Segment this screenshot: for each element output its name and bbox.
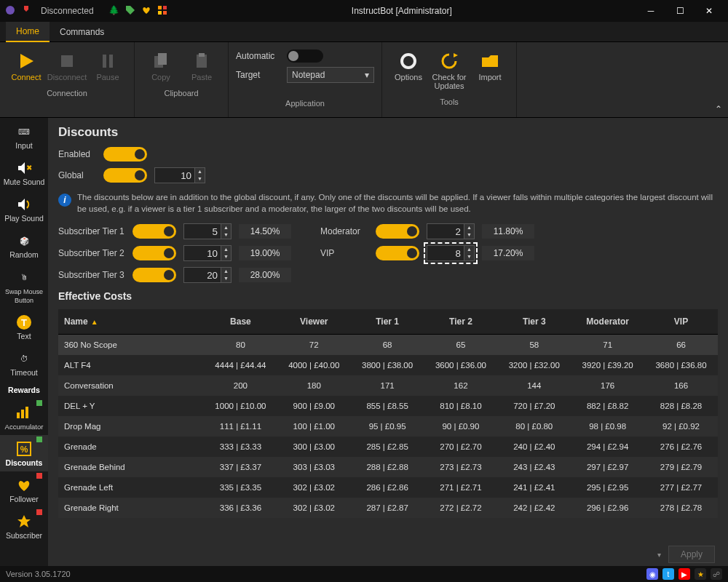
svg-rect-7: [103, 55, 106, 68]
target-label: Target: [236, 70, 280, 80]
svg-text:T: T: [21, 317, 27, 328]
cell-value: 273 | £2.73: [424, 457, 498, 477]
maximize-button[interactable]: ☐: [665, 0, 695, 22]
col-tier3[interactable]: Tier 3: [497, 309, 571, 335]
tier1-input[interactable]: [183, 223, 221, 239]
cell-value: 810 | £8.10: [424, 396, 498, 416]
check-updates-button[interactable]: Check for Updates: [430, 47, 468, 93]
moderator-input[interactable]: [427, 223, 464, 239]
options-button[interactable]: Options: [389, 47, 427, 93]
target-select[interactable]: Notepad ▾: [287, 67, 374, 83]
tier1-toggle[interactable]: [132, 224, 176, 239]
table-row[interactable]: 360 No Scope80726865587166: [58, 335, 718, 356]
disconnect-label: Disconnect: [47, 73, 87, 81]
disconnect-button[interactable]: Disconnect: [48, 47, 86, 84]
title-bar: Disconnected 🌲 InstructBot [Administrato…: [0, 0, 728, 22]
tab-home[interactable]: Home: [6, 22, 50, 42]
tier3-input[interactable]: [183, 267, 221, 283]
import-button[interactable]: Import: [471, 47, 509, 93]
sidebar-item-input[interactable]: ⌨Input: [0, 118, 48, 154]
sidebar-item-accumulator[interactable]: Accumulator: [0, 399, 48, 435]
discord-icon[interactable]: ◉: [646, 568, 658, 580]
grid-icon[interactable]: [157, 5, 167, 17]
cell-name: DEL + Y: [58, 396, 204, 416]
scroll-down-icon[interactable]: ▾: [657, 551, 661, 559]
twitter-icon[interactable]: t: [662, 568, 674, 580]
tier3-toggle[interactable]: [132, 268, 176, 282]
col-moderator[interactable]: Moderator: [571, 309, 644, 335]
col-base[interactable]: Base: [204, 309, 277, 335]
minimize-button[interactable]: ─: [636, 0, 665, 22]
tag-icon[interactable]: [125, 5, 135, 17]
cell-value: 288 | £2.88: [351, 457, 424, 477]
table-row[interactable]: Conversation200180171162144176166: [58, 375, 718, 396]
sidebar-label: Input: [15, 141, 32, 150]
tier2-toggle[interactable]: [132, 246, 176, 260]
cell-value: 278 | £2.78: [644, 498, 718, 518]
sidebar-label: Timeout: [10, 368, 38, 377]
info-icon: i: [58, 194, 71, 207]
moderator-toggle[interactable]: [376, 224, 419, 239]
svg-marker-5: [20, 54, 33, 68]
cell-value: 297 | £2.97: [571, 457, 644, 477]
table-row[interactable]: Drop Mag111 | £1.11100 | £1.0095 | £0.95…: [58, 416, 718, 436]
table-row[interactable]: Grenade Behind337 | £3.37303 | £3.03288 …: [58, 457, 718, 477]
import-label: Import: [478, 73, 501, 81]
col-tier2[interactable]: Tier 2: [424, 309, 498, 335]
pause-button[interactable]: Pause: [89, 47, 127, 84]
robot-status-icon[interactable]: ☍: [711, 568, 722, 580]
cell-value: 279 | £2.79: [644, 457, 718, 477]
sidebar-item-text[interactable]: TText: [0, 308, 48, 345]
tree-icon[interactable]: 🌲: [108, 5, 119, 17]
enabled-toggle[interactable]: [103, 147, 147, 162]
spin-down-icon[interactable]: ▼: [195, 175, 205, 183]
paste-button[interactable]: Paste: [183, 47, 221, 84]
sidebar-item-discounts[interactable]: %Discounts: [0, 435, 48, 471]
tab-commands[interactable]: Commands: [50, 23, 114, 41]
sidebar-item-play-sound[interactable]: Play Sound: [0, 191, 48, 227]
cell-value: 171: [351, 375, 424, 396]
sidebar-item-mute-sound[interactable]: ✖Mute Sound: [0, 154, 48, 191]
table-header-row: Name▲ Base Viewer Tier 1 Tier 2 Tier 3 M…: [58, 309, 718, 335]
table-row[interactable]: Grenade Left335 | £3.35302 | £3.02286 | …: [58, 477, 718, 498]
table-row[interactable]: Grenade333 | £3.33300 | £3.00285 | £2.85…: [58, 436, 718, 457]
connection-status: Disconnected: [41, 6, 94, 16]
sidebar-label: Rewards: [8, 386, 40, 394]
tier2-input[interactable]: [183, 245, 221, 261]
col-tier1[interactable]: Tier 1: [351, 309, 424, 335]
ribbon-collapse-icon[interactable]: ⌃: [715, 104, 722, 114]
sidebar-item-swap-mouse[interactable]: 🖱Swap Mouse Button: [0, 263, 48, 308]
close-button[interactable]: ✕: [695, 0, 724, 22]
cell-value: 4444 | £44.44: [204, 355, 277, 375]
vip-toggle[interactable]: [376, 246, 419, 260]
youtube-icon[interactable]: ▶: [678, 568, 690, 580]
global-value-input[interactable]: [154, 167, 195, 183]
col-vip[interactable]: VIP: [644, 309, 718, 335]
sidebar-label: Random: [9, 250, 39, 259]
copy-button[interactable]: Copy: [142, 47, 180, 84]
sidebar-item-follower[interactable]: Follower: [0, 471, 48, 508]
col-viewer[interactable]: Viewer: [277, 309, 351, 335]
svg-rect-20: [21, 410, 24, 418]
col-name[interactable]: Name▲: [58, 309, 204, 335]
global-toggle[interactable]: [103, 168, 147, 183]
star-status-icon[interactable]: ★: [695, 568, 706, 580]
automatic-toggle[interactable]: [287, 49, 323, 63]
sidebar-item-subscriber[interactable]: Subscriber: [0, 508, 48, 544]
connect-button[interactable]: Connect: [7, 47, 45, 84]
table-row[interactable]: Grenade Right336 | £3.36302 | £3.02287 |…: [58, 498, 718, 518]
vip-input[interactable]: [427, 245, 464, 261]
sidebar-item-random[interactable]: 🎲Random: [0, 227, 48, 263]
cell-value: 3800 | £38.00: [351, 355, 424, 375]
table-row[interactable]: ALT F44444 | £44.444000 | £40.003800 | £…: [58, 355, 718, 375]
clipboard-group-label: Clipboard: [142, 87, 221, 100]
sidebar-item-timeout[interactable]: ⏱Timeout: [0, 345, 48, 381]
heart-icon[interactable]: [141, 5, 151, 17]
apply-button[interactable]: Apply: [668, 546, 715, 563]
global-value-stepper[interactable]: ▲▼: [154, 167, 205, 183]
spin-up-icon[interactable]: ▲: [195, 168, 205, 175]
cell-name: Conversation: [58, 375, 204, 396]
sidebar-item-rewards[interactable]: Rewards: [0, 381, 48, 399]
table-row[interactable]: DEL + Y1000 | £10.00900 | £9.00855 | £8.…: [58, 396, 718, 416]
cell-value: 294 | £2.94: [571, 436, 644, 457]
